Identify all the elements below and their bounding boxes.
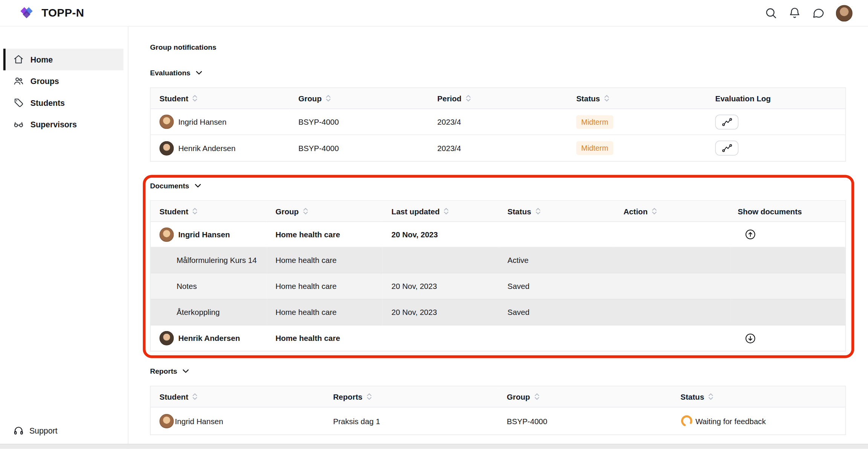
status-cell [499,325,615,351]
reports-section: Reports Student Reports Group Status [150,367,846,435]
shell: Home Groups Studen [0,27,868,449]
status-cell: Saved [499,299,615,325]
last-updated-cell [383,325,499,351]
last-updated-cell: 20 Nov, 2023 [383,222,499,247]
column-header-status[interactable]: Status [672,386,845,408]
sidebar-item-label: Home [31,55,53,64]
sort-icon[interactable] [366,392,372,401]
sort-icon[interactable] [465,94,471,102]
column-header-last-updated[interactable]: Last updated [383,201,499,222]
column-header-group[interactable]: Group [498,386,672,408]
last-updated-cell: 20 Nov, 2023 [383,273,499,299]
app-root: TOPP-N [0,0,868,449]
student-name: Ingrid Hansen [178,118,226,127]
table-row: Henrik Andersen BSYP-4000 2023/4 Midterm [151,135,845,161]
column-header-status[interactable]: Status [499,201,615,222]
table-row: Ingrid Hansen Praksis dag 1 BSYP-4000 Wa… [151,407,845,434]
expand-documents-button[interactable] [744,332,756,344]
group-cell: BSYP-4000 [498,407,672,434]
glasses-icon [13,119,24,130]
header-actions [764,5,853,21]
status-waiting: Waiting for feedback [680,415,843,428]
student-name: Ingrid Hansen [175,417,223,426]
column-header-student[interactable]: Student [151,201,267,222]
avatar [159,115,174,129]
evaluations-title: Evaluations [150,69,190,77]
sort-icon[interactable] [708,392,714,401]
status-cell: Active [499,247,615,273]
sidebar-item-label: Supervisors [31,120,77,129]
sidebar-item-supervisors[interactable]: Supervisors [3,113,124,135]
search-icon[interactable] [764,7,777,20]
last-updated-cell: 20 Nov, 2023 [383,299,499,325]
action-cell [614,299,730,325]
sidebar-item-label: Groups [31,77,59,86]
page-title: Group notifications [150,43,846,52]
column-header-student[interactable]: Student [151,88,290,109]
reports-section-toggle[interactable]: Reports [150,367,846,375]
sort-icon[interactable] [535,207,541,215]
table-row: Ingrid Hansen BSYP-4000 2023/4 Midterm [151,109,845,135]
evaluation-log-button[interactable] [715,141,738,156]
column-header-group[interactable]: Group [267,201,383,222]
group-cell: Home health care [267,299,383,325]
brand: TOPP-N [19,6,84,20]
chevron-down-icon [182,369,189,374]
action-cell [614,247,730,273]
column-header-group[interactable]: Group [289,88,428,109]
chevron-down-icon [194,183,201,188]
sidebar-item-home[interactable]: Home [3,49,124,70]
report-cell: Praksis dag 1 [324,407,498,434]
top-bar: TOPP-N [0,0,868,27]
avatar [159,227,174,241]
documents-section-toggle[interactable]: Documents [150,182,846,190]
column-header-period[interactable]: Period [428,88,567,109]
brand-name: TOPP-N [41,7,84,20]
column-header-student[interactable]: Student [151,386,324,408]
sort-icon[interactable] [192,207,198,215]
status-cell [499,222,615,247]
tag-icon [13,98,24,108]
avatar [159,331,174,345]
student-name: Henrik Andersen [178,334,240,343]
group-cell: Home health care [267,325,383,351]
brand-logo-icon [19,6,36,20]
bell-icon[interactable] [788,7,801,20]
group-cell: BSYP-4000 [289,109,428,135]
sidebar: Home Groups Studen [0,27,128,449]
action-cell [614,222,730,247]
sort-icon[interactable] [303,207,308,215]
support-label: Support [29,426,58,435]
chevron-down-icon [196,70,203,75]
chat-icon[interactable] [812,7,825,20]
sidebar-nav: Home Groups Studen [0,27,128,135]
collapse-documents-button[interactable] [744,229,756,240]
horizontal-scrollbar[interactable] [0,444,868,449]
sort-icon[interactable] [534,392,539,401]
headset-icon [13,425,24,435]
home-icon [13,54,24,65]
sort-icon[interactable] [326,94,331,102]
sort-icon[interactable] [443,207,449,215]
column-header-reports[interactable]: Reports [324,386,498,408]
column-header-action[interactable]: Action [614,201,730,222]
sidebar-item-students[interactable]: Students [3,92,124,113]
period-cell: 2023/4 [428,135,567,161]
sort-icon[interactable] [192,94,198,102]
sort-icon[interactable] [192,392,198,401]
period-cell: 2023/4 [428,109,567,135]
evaluation-log-button[interactable] [715,114,738,129]
avatar [159,141,174,155]
groups-icon [13,76,24,86]
column-header-status[interactable]: Status [567,88,706,109]
sort-icon[interactable] [604,94,610,102]
column-header-evaluation-log: Evaluation Log [706,88,845,109]
table-row-document: Notes Home health care 20 Nov, 2023 Save… [151,273,845,299]
user-avatar[interactable] [836,5,853,21]
evaluations-section-toggle[interactable]: Evaluations [150,69,846,77]
sidebar-item-groups[interactable]: Groups [3,70,124,92]
table-row: Henrik Andersen Home health care [151,325,845,351]
sort-icon[interactable] [651,207,657,215]
status-text: Waiting for feedback [695,417,766,426]
evaluations-section: Evaluations Student Group Period Status … [150,69,846,162]
